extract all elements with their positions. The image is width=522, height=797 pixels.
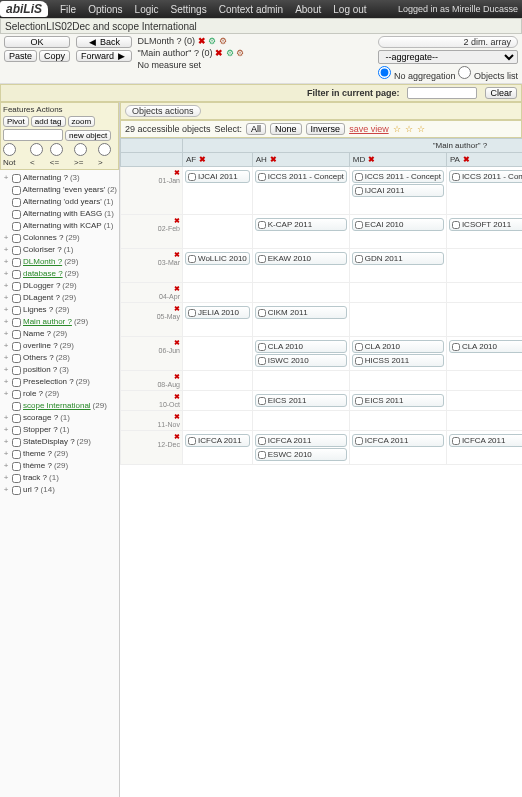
- object-chip[interactable]: ESWC 2010: [255, 448, 347, 461]
- expand-icon[interactable]: +: [2, 436, 10, 448]
- feature-item[interactable]: +DLogger ? (29): [2, 280, 117, 292]
- remove-row-icon[interactable]: ✖: [174, 169, 180, 176]
- objlist-radio[interactable]: Objects list: [458, 66, 518, 81]
- row-header[interactable]: ✖03-Mar: [121, 249, 183, 283]
- row-header[interactable]: ✖01-Jan: [121, 167, 183, 215]
- remove-row-icon[interactable]: ✖: [174, 433, 180, 440]
- menu-context-admin[interactable]: Context admin: [219, 4, 283, 15]
- col-header-AF[interactable]: AF ✖: [183, 153, 253, 167]
- row-header[interactable]: ✖04-Apr: [121, 283, 183, 303]
- expand-icon[interactable]: +: [2, 340, 10, 352]
- feature-checkbox[interactable]: [12, 318, 21, 327]
- feature-item[interactable]: +Main author ? (29): [2, 316, 117, 328]
- remove-row-icon[interactable]: ✖: [174, 305, 180, 312]
- object-chip[interactable]: CLA 2010: [255, 340, 347, 353]
- feature-item[interactable]: +Stopper ? (1): [2, 424, 117, 436]
- object-chip[interactable]: IJCAI 2011: [185, 170, 250, 183]
- object-checkbox[interactable]: [258, 397, 266, 405]
- remove-row-icon[interactable]: ✖: [174, 217, 180, 224]
- object-checkbox[interactable]: [355, 397, 363, 405]
- feature-item[interactable]: +Colonnes ? (29): [2, 232, 117, 244]
- feature-item[interactable]: scope International (29): [2, 400, 117, 412]
- not-radio[interactable]: Not: [3, 143, 28, 167]
- select-all-button[interactable]: All: [246, 123, 266, 135]
- select-inverse-button[interactable]: Inverse: [306, 123, 346, 135]
- expand-icon[interactable]: +: [2, 424, 10, 436]
- remove-dim1-icon[interactable]: ✖: [198, 36, 206, 46]
- row-header[interactable]: ✖02-Feb: [121, 215, 183, 249]
- object-chip[interactable]: ECAI 2010: [352, 218, 444, 231]
- object-chip[interactable]: WoLLIC 2010: [185, 252, 250, 265]
- feature-checkbox[interactable]: [12, 402, 21, 411]
- expand-icon[interactable]: +: [2, 388, 10, 400]
- expand-icon[interactable]: +: [2, 256, 10, 268]
- object-checkbox[interactable]: [258, 451, 266, 459]
- pivot-button[interactable]: Pivot: [3, 116, 29, 127]
- feature-item[interactable]: +database ? (29): [2, 268, 117, 280]
- remove-row-icon[interactable]: ✖: [174, 285, 180, 292]
- expand-icon[interactable]: +: [2, 304, 10, 316]
- row-header[interactable]: ✖12-Dec: [121, 431, 183, 465]
- feature-item[interactable]: +theme ? (29): [2, 448, 117, 460]
- feature-item[interactable]: Alternating 'even years' (2): [2, 184, 117, 196]
- remove-col-icon[interactable]: ✖: [368, 155, 375, 164]
- object-chip[interactable]: IJCAI 2011: [352, 184, 444, 197]
- feature-checkbox[interactable]: [12, 258, 21, 267]
- ok-button[interactable]: OK: [4, 36, 70, 48]
- feature-checkbox[interactable]: [12, 246, 21, 255]
- object-chip[interactable]: CIKM 2011: [255, 306, 347, 319]
- object-chip[interactable]: EKAW 2010: [255, 252, 347, 265]
- feature-item[interactable]: +Lignes ? (29): [2, 304, 117, 316]
- object-checkbox[interactable]: [452, 221, 460, 229]
- object-checkbox[interactable]: [258, 173, 266, 181]
- expand-icon[interactable]: +: [2, 172, 10, 184]
- object-chip[interactable]: ICFCA 2011: [255, 434, 347, 447]
- feature-item[interactable]: +Name ? (29): [2, 328, 117, 340]
- feature-checkbox[interactable]: [12, 174, 21, 183]
- object-chip[interactable]: ICFCA 2011: [352, 434, 444, 447]
- expand-icon[interactable]: +: [2, 316, 10, 328]
- object-checkbox[interactable]: [355, 187, 363, 195]
- feature-item[interactable]: +Alternating ? (3): [2, 172, 117, 184]
- expand-icon[interactable]: +: [2, 412, 10, 424]
- array-type-pill[interactable]: 2 dim. array: [378, 36, 518, 48]
- feature-checkbox[interactable]: [12, 354, 21, 363]
- object-checkbox[interactable]: [188, 437, 196, 445]
- object-chip[interactable]: K-CAP 2011: [255, 218, 347, 231]
- feature-item[interactable]: +position ? (3): [2, 364, 117, 376]
- object-checkbox[interactable]: [452, 437, 460, 445]
- col-header-AH[interactable]: AH ✖: [252, 153, 349, 167]
- gte-radio[interactable]: >=: [74, 143, 96, 167]
- expand-icon[interactable]: +: [2, 460, 10, 472]
- feature-checkbox[interactable]: [12, 450, 21, 459]
- remove-row-icon[interactable]: ✖: [174, 413, 180, 420]
- feature-item[interactable]: +Others ? (28): [2, 352, 117, 364]
- expand-icon[interactable]: +: [2, 352, 10, 364]
- object-checkbox[interactable]: [258, 437, 266, 445]
- remove-row-icon[interactable]: ✖: [174, 393, 180, 400]
- feature-item[interactable]: +Preselection ? (29): [2, 376, 117, 388]
- object-chip[interactable]: HICSS 2011: [352, 354, 444, 367]
- filter-input[interactable]: [407, 87, 477, 99]
- feature-checkbox[interactable]: [12, 342, 21, 351]
- feature-checkbox[interactable]: [12, 306, 21, 315]
- feature-item[interactable]: Alternating with EASG (1): [2, 208, 117, 220]
- object-checkbox[interactable]: [452, 173, 460, 181]
- object-checkbox[interactable]: [355, 221, 363, 229]
- expand-icon[interactable]: +: [2, 244, 10, 256]
- expand-icon[interactable]: +: [2, 484, 10, 496]
- feature-checkbox[interactable]: [12, 438, 21, 447]
- feature-item[interactable]: +DLMonth ? (29): [2, 256, 117, 268]
- feature-item[interactable]: +overline ? (29): [2, 340, 117, 352]
- object-chip[interactable]: GDN 2011: [352, 252, 444, 265]
- feature-item[interactable]: +role ? (29): [2, 388, 117, 400]
- select-none-button[interactable]: None: [270, 123, 302, 135]
- object-checkbox[interactable]: [452, 343, 460, 351]
- fav2-icon[interactable]: ☆: [405, 124, 413, 134]
- object-checkbox[interactable]: [355, 357, 363, 365]
- back-button[interactable]: ◀ Back: [76, 36, 132, 48]
- feature-checkbox[interactable]: [12, 222, 21, 231]
- object-checkbox[interactable]: [355, 343, 363, 351]
- feature-checkbox[interactable]: [12, 378, 21, 387]
- expand-icon[interactable]: +: [2, 328, 10, 340]
